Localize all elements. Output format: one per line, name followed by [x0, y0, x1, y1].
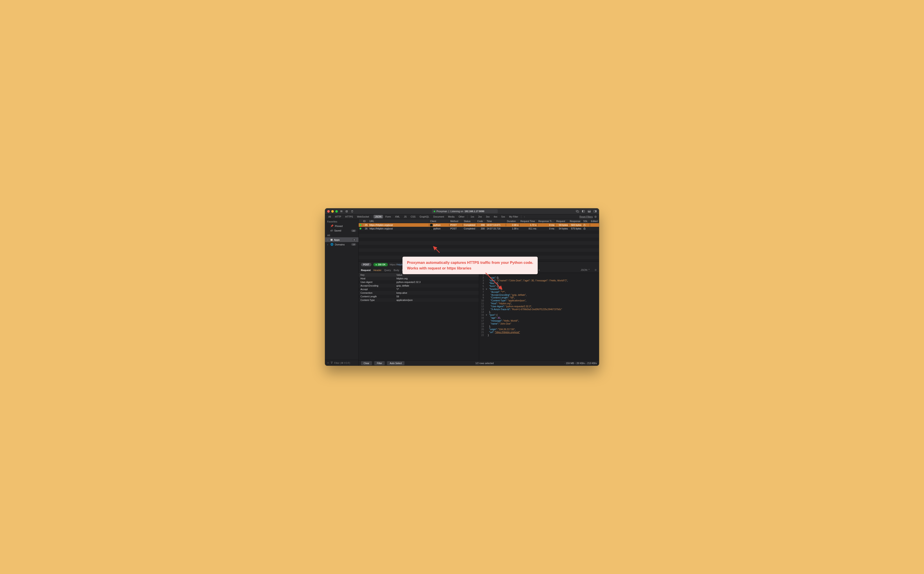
selection-count: 1/2 rows selected [475, 362, 493, 364]
sidebar-header-all: All [325, 233, 358, 237]
filter-chip-form[interactable]: Form [384, 215, 393, 218]
main-area: IDURLClientMethodStatusCodeTimeDurationR… [359, 219, 599, 366]
code-line: 13 "X-Amzn-Trace-Id": "Root=1-6799d3a3-2… [479, 308, 599, 311]
globe-icon: 🌐 [330, 243, 333, 246]
col-header[interactable]: Request [555, 220, 569, 222]
filter-chip-4xx[interactable]: 4xx [492, 215, 499, 218]
reset-filters-link[interactable]: Reset Filters [580, 215, 593, 218]
col-header[interactable]: Response [569, 220, 582, 222]
svg-rect-4 [577, 211, 579, 212]
filter-chip-5xx[interactable]: 5xx [500, 215, 506, 218]
response-body-viewer[interactable]: 1▾{2 "args": {},3 "data": "{\"name\": \"… [479, 273, 599, 360]
col-header[interactable]: Status [463, 220, 476, 222]
address-bar[interactable]: Proxyman | Listening on 192.168.1.17:909… [356, 209, 574, 213]
sidebar-item-domains[interactable]: › 🌐 Domains 13 [325, 242, 358, 247]
clear-button[interactable]: Clear [361, 361, 372, 365]
filter-chip-css[interactable]: CSS [409, 215, 417, 218]
header-row[interactable]: Accept-Encodinggzip, deflate [359, 284, 479, 287]
tab-header[interactable]: Header [373, 269, 381, 271]
filter-chip-3xx[interactable]: 3xx [484, 215, 491, 218]
filter-chip-other[interactable]: Other [457, 215, 466, 218]
layout-right-icon[interactable] [593, 210, 597, 213]
layout-overlap-icon[interactable] [576, 210, 579, 213]
filter-chip-my filter[interactable]: My Filter [508, 215, 520, 218]
layout-left-icon[interactable] [581, 210, 585, 213]
tab-query[interactable]: Query [384, 269, 391, 271]
status-dot-icon [434, 211, 435, 212]
sidebar-item-saved[interactable]: 🏷 Saved 22 [325, 228, 358, 233]
col-header[interactable]: SSL [582, 220, 590, 222]
status-bar: Clear Filter Auto Select 1/2 rows select… [359, 360, 599, 366]
filter-chip-1xx[interactable]: 1xx [469, 215, 476, 218]
code-line: 12 "User-Agent": "python-requests/2.32.3… [479, 305, 599, 308]
code-line: 6▾ "headers": { [479, 288, 599, 290]
filter-chip-document[interactable]: Document [432, 215, 446, 218]
pause-button[interactable] [339, 210, 343, 213]
header-row[interactable]: Connectionkeep-alive [359, 291, 479, 295]
filter-chip-graphql[interactable]: GraphQL [418, 215, 431, 218]
add-tab-icon[interactable]: ＋ [538, 268, 541, 272]
col-header[interactable]: ID [362, 220, 369, 222]
code-line: 9 "Content-Length": "59", [479, 296, 599, 299]
table-row[interactable]: 25 https://httpbin.org/post ›_python POS… [359, 223, 599, 227]
compose-icon[interactable] [345, 210, 349, 213]
col-header[interactable]: Method [449, 220, 463, 222]
col-header[interactable]: Code [476, 220, 486, 222]
status-dot-icon [360, 224, 361, 226]
col-header[interactable]: Duration [506, 220, 520, 222]
filter-chip-media[interactable]: Media [446, 215, 456, 218]
filter-chip-xml[interactable]: XML [393, 215, 402, 218]
filter-chip-all[interactable]: All [327, 215, 333, 218]
filter-chip-websocket[interactable]: WebSocket [355, 215, 371, 218]
table-header: IDURLClientMethodStatusCodeTimeDurationR… [359, 219, 599, 223]
close-icon[interactable] [327, 210, 330, 213]
add-icon[interactable]: ＋ [327, 361, 329, 364]
sidebar-item-pinned[interactable]: 📌 Pinned [325, 224, 358, 228]
filter-chip-http[interactable]: HTTP [333, 215, 343, 218]
col-header[interactable]: Client [429, 220, 449, 222]
svg-rect-13 [584, 228, 585, 229]
code-line: 22} [479, 334, 599, 337]
header-row[interactable]: User-Agentpython-requests/2.32.3 [359, 280, 479, 284]
code-line: 21 "url": "https://httpbin.org/post" [479, 331, 599, 334]
autoselect-button[interactable]: Auto Select [387, 361, 404, 365]
code-line: 2 "args": {}, [479, 276, 599, 279]
headers-list: Hosthttpbin.orgUser-Agentpython-requests… [359, 277, 479, 302]
col-header[interactable]: Time [486, 220, 506, 222]
minimize-icon[interactable] [331, 210, 334, 213]
header-row[interactable]: Content-Typeapplication/json [359, 298, 479, 302]
filter-settings-icon[interactable] [594, 215, 597, 218]
header-row[interactable]: Hosthttpbin.org [359, 277, 479, 280]
col-header[interactable]: Response Time [537, 220, 555, 222]
code-line: 7 "Accept": "*/*", [479, 290, 599, 293]
zoom-icon[interactable] [335, 210, 338, 213]
filter-button[interactable]: Filter [374, 361, 385, 365]
layout-bottom-icon[interactable] [587, 210, 591, 213]
header-row[interactable]: Accept*/* [359, 287, 479, 291]
response-pane: Response Header Body Raw Treeview ＋ JSON… [479, 267, 599, 360]
network-stats: · 159 MB ↑ 28 KB/s ↓ 213 KB/s [564, 362, 597, 364]
code-line: 4 "files": {}, [479, 282, 599, 285]
code-line: 18 "name": "John Doe" [479, 322, 599, 325]
pin-icon: 📌 [330, 224, 333, 227]
trash-icon[interactable] [350, 210, 354, 213]
chevron-left-icon[interactable]: ‹ [523, 215, 526, 218]
filter-icon [331, 362, 333, 364]
filter-chip-json[interactable]: JSON [374, 215, 383, 218]
format-select[interactable]: JSON ︎⌃ [581, 268, 590, 271]
filter-chip-2xx[interactable]: 2xx [476, 215, 483, 218]
col-header[interactable]: Request Time [520, 220, 537, 222]
sidebar-item-apps[interactable]: › ▦ Apps 9 [325, 237, 358, 242]
gear-icon[interactable]: ⚙ [594, 268, 597, 271]
col-header[interactable]: URL [369, 220, 429, 222]
table-row[interactable]: 26 https://httpbin.org/post ›_python POS… [359, 227, 599, 230]
apps-count-badge: 9 [352, 238, 356, 241]
request-pane: Request Header Query Body Raw Summary ＋ … [359, 267, 479, 360]
tab-body[interactable]: Body [393, 269, 399, 271]
svg-rect-0 [341, 210, 341, 212]
header-row[interactable]: Content-Length59 [359, 295, 479, 298]
col-header[interactable]: Edited [590, 220, 599, 222]
filter-chip-js[interactable]: JS [402, 215, 408, 218]
filter-chip-https[interactable]: HTTPS [344, 215, 354, 218]
lock-open-icon [582, 224, 590, 227]
